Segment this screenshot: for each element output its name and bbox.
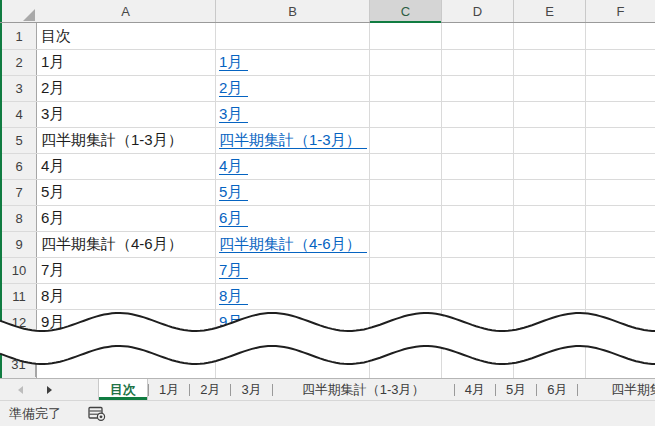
gridline <box>585 23 586 378</box>
cell-b12[interactable]: 9月 <box>215 309 248 335</box>
cell-a8[interactable]: 6月 <box>36 205 215 231</box>
sheet-tabs: 目次1月2月3月四半期集計（1-3月）4月5月6月四半期集計 <box>98 379 655 400</box>
cell-a10[interactable]: 7月 <box>36 257 215 283</box>
cell-b10[interactable]: 7月 <box>215 257 248 283</box>
column-header-row: ABCDEF <box>0 0 655 23</box>
sheet-tab-bar: 目次1月2月3月四半期集計（1-3月）4月5月6月四半期集計 <box>0 378 655 400</box>
sheet-tab-1[interactable]: 目次 <box>98 379 148 400</box>
cell-a2[interactable]: 1月 <box>36 49 215 75</box>
chevron-left-icon <box>18 386 23 394</box>
sheet-tab-3[interactable]: 2月 <box>190 379 230 400</box>
cell-a9[interactable]: 四半期集計（4-6月） <box>36 231 215 257</box>
hyperlink-b8[interactable]: 6月 <box>219 209 248 227</box>
sheet-tab-5[interactable]: 四半期集計（1-3月） <box>273 379 454 400</box>
status-bar: 準備完了 <box>0 400 655 426</box>
cell-a5[interactable]: 四半期集計（1-3月） <box>36 127 215 153</box>
gridline <box>2 335 655 336</box>
cell-b2[interactable]: 1月 <box>215 49 248 75</box>
sheet-tab-2[interactable]: 1月 <box>149 379 189 400</box>
tab-scroll-controls <box>0 379 98 400</box>
column-header-f[interactable]: F <box>585 0 655 22</box>
cell-b6[interactable]: 4月 <box>215 153 248 179</box>
sheet-tab-6[interactable]: 4月 <box>455 379 495 400</box>
select-all-triangle-icon <box>23 9 35 21</box>
row-header-5[interactable]: 5 <box>2 127 36 153</box>
hyperlink-b11[interactable]: 8月 <box>219 287 248 305</box>
hyperlink-b10[interactable]: 7月 <box>219 261 248 279</box>
cell-b4[interactable]: 3月 <box>215 101 248 127</box>
column-header-c[interactable]: C <box>369 0 441 22</box>
hyperlink-b7[interactable]: 5月 <box>219 183 248 201</box>
tab-scroll-right-button[interactable] <box>47 386 52 394</box>
row-header-11[interactable]: 11 <box>2 283 36 309</box>
column-header-e[interactable]: E <box>513 0 585 22</box>
row-header-31[interactable]: 31 <box>2 351 36 377</box>
hyperlink-b6[interactable]: 4月 <box>219 157 248 175</box>
row-header-10[interactable]: 10 <box>2 257 36 283</box>
select-all-button[interactable] <box>2 0 36 22</box>
column-header-b[interactable]: B <box>215 0 369 22</box>
macro-record-button[interactable] <box>88 406 106 421</box>
cell-b9[interactable]: 四半期集計（4-6月） <box>215 231 367 257</box>
column-header-d[interactable]: D <box>441 0 513 22</box>
hyperlink-b3[interactable]: 2月 <box>219 79 248 97</box>
row-header-9[interactable]: 9 <box>2 231 36 257</box>
cell-b11[interactable]: 8月 <box>215 283 248 309</box>
cell-b1[interactable] <box>215 23 219 49</box>
row-header-3[interactable]: 3 <box>2 75 36 101</box>
hyperlink-b2[interactable]: 1月 <box>219 53 248 71</box>
row-header-4[interactable]: 4 <box>2 101 36 127</box>
hyperlink-b5[interactable]: 四半期集計（1-3月） <box>219 131 367 149</box>
cell-a6[interactable]: 4月 <box>36 153 215 179</box>
cell-a7[interactable]: 5月 <box>36 179 215 205</box>
sheet-tab-4[interactable]: 3月 <box>231 379 271 400</box>
row-header-12[interactable]: 12 <box>2 309 36 335</box>
cell-b5[interactable]: 四半期集計（1-3月） <box>215 127 367 153</box>
cell-b3[interactable]: 2月 <box>215 75 248 101</box>
sheet-tab-9[interactable]: 四半期集計 <box>578 379 655 400</box>
chevron-right-icon <box>47 386 52 394</box>
sheet-tab-8[interactable]: 6月 <box>537 379 577 400</box>
row-header-7[interactable]: 7 <box>2 179 36 205</box>
hyperlink-b9[interactable]: 四半期集計（4-6月） <box>219 235 367 253</box>
hyperlink-b4[interactable]: 3月 <box>219 105 248 123</box>
excel-window: ABCDEF 1目次21月1月32月2月43月3月5四半期集計（1-3月）四半期… <box>0 0 655 426</box>
row-header-8[interactable]: 8 <box>2 205 36 231</box>
row-header-2[interactable]: 2 <box>2 49 36 75</box>
cell-b7[interactable]: 5月 <box>215 179 248 205</box>
gridline <box>441 23 442 378</box>
gridline <box>369 23 370 378</box>
cell-a3[interactable]: 2月 <box>36 75 215 101</box>
gridline <box>513 23 514 378</box>
tab-scroll-left-button[interactable] <box>18 386 23 394</box>
cell-a1[interactable]: 目次 <box>36 23 215 49</box>
spreadsheet-grid: ABCDEF 1目次21月1月32月2月43月3月5四半期集計（1-3月）四半期… <box>0 0 655 378</box>
macro-record-icon <box>88 406 106 421</box>
cell-b8[interactable]: 6月 <box>215 205 248 231</box>
status-ready-text: 準備完了 <box>9 405 61 423</box>
cell-a11[interactable]: 8月 <box>36 283 215 309</box>
sheet-tab-7[interactable]: 5月 <box>496 379 536 400</box>
row-header-6[interactable]: 6 <box>2 153 36 179</box>
row-header-1[interactable]: 1 <box>2 23 36 49</box>
hyperlink-b12[interactable]: 9月 <box>219 313 248 331</box>
column-header-a[interactable]: A <box>36 0 215 22</box>
cell-a4[interactable]: 3月 <box>36 101 215 127</box>
cell-a12[interactable]: 9月 <box>36 309 215 335</box>
